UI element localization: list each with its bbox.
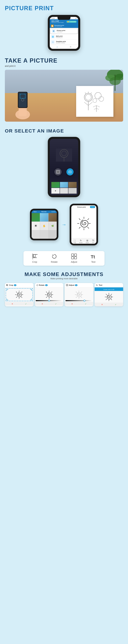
welcome-text: WELCOME Welcome to Easi Printer! — [51, 20, 64, 23]
template-print-menu-item[interactable]: ⬡ Template print Beautiful template — [50, 40, 78, 45]
rotate-tool[interactable]: ↻ Rotate — [79, 239, 83, 243]
svg-point-6 — [86, 94, 91, 100]
gallery-cell-3[interactable] — [68, 182, 77, 188]
template-print-text: Template print Beautiful template — [56, 41, 66, 44]
phone-preview-mockup: ‹ Picture print Print — [70, 204, 98, 245]
crop-border — [6, 288, 33, 301]
web-print-menu-item[interactable]: 🌐 Web print Website print — [50, 34, 78, 40]
big-rotate-tool[interactable]: Rotate — [51, 254, 58, 263]
gallery-picker-screen: ‹ Back Recents Cancel ☀ ✋ 🌿 — [32, 210, 57, 239]
adjust-tool-panel: Adjust ● — [65, 283, 93, 306]
connected-badge: 📶 + Connected — [66, 21, 77, 23]
picture-print-icon: 🖼 — [52, 29, 56, 33]
rotate-slider[interactable] — [36, 300, 63, 301]
preview-back-btn[interactable]: ‹ — [72, 206, 73, 208]
gallery-screen: ☀ — [50, 139, 78, 195]
adjust-confirm-icon[interactable]: ✓ — [85, 303, 86, 305]
welcome-title: WELCOME — [51, 20, 64, 22]
picture-print-menu-item[interactable]: 🖼 Picture print Free editor — [50, 28, 78, 34]
big-adjust-tool[interactable]: Adjust — [71, 254, 77, 263]
text-confirm-icon[interactable]: ✓ — [115, 304, 116, 306]
photo-cell-7[interactable] — [32, 230, 40, 239]
gallery-cell-2[interactable] — [60, 182, 68, 188]
gallery-cell-6[interactable] — [68, 188, 77, 194]
photo-grid: ☀ ✋ 🌿 — [32, 213, 57, 239]
camera-button[interactable] — [66, 168, 74, 176]
photo-cell-3[interactable] — [48, 213, 57, 222]
photo-picker-button[interactable] — [54, 168, 62, 176]
gallery-cell-4[interactable]: ☀ — [51, 188, 60, 194]
home-nav-icon[interactable]: ⌂ — [56, 46, 58, 48]
welcome-subtitle: Welcome to Easi Printer! — [51, 22, 64, 23]
back-button[interactable]: ‹ Back — [33, 211, 36, 212]
adjust-tool[interactable]: ⊞ Adjust — [86, 239, 89, 243]
crop-corner-tr — [30, 289, 32, 291]
photo-cell-9[interactable] — [48, 230, 57, 239]
big-crop-tool[interactable]: Crop — [32, 254, 38, 263]
svg-line-12 — [88, 102, 92, 106]
crop-panel-header: Crop ● — [5, 283, 34, 288]
photo-cell-4[interactable]: ☀ — [32, 222, 40, 230]
rotate-confirm-icon[interactable]: ✓ — [55, 303, 57, 305]
sun-symbol-svg — [76, 215, 92, 232]
gallery-cell-1[interactable] — [51, 182, 60, 188]
recents-label: Recents — [42, 211, 46, 212]
crop-confirm-icon[interactable]: ✓ — [25, 303, 27, 305]
text-cancel-icon[interactable]: ✕ — [101, 304, 103, 306]
svg-line-84 — [46, 292, 47, 292]
preview-canvas — [71, 209, 96, 238]
status-time: 10:06 — [51, 18, 54, 19]
adjust-panel-label: Adjust — [69, 284, 74, 286]
web-print-text: Web print Website print — [56, 35, 62, 38]
big-crop-label: Crop — [32, 260, 37, 263]
web-print-sublabel: Website print — [56, 37, 62, 38]
adjust-cancel-icon[interactable]: ✕ — [71, 303, 73, 305]
svg-line-80 — [51, 297, 52, 298]
section-select-image: OR SELECT AN IMAGE — [0, 125, 128, 200]
settings-nav-icon[interactable]: ⚙ — [70, 46, 72, 48]
rotate-panel-label: Rotate — [39, 284, 44, 286]
adjustments-title: MAKE SOME ADJUSTMENTS — [5, 271, 123, 277]
web-print-label: Web print — [56, 35, 62, 37]
big-adjust-icon — [71, 254, 77, 259]
gallery-preview-image — [56, 148, 72, 162]
adjust-slider[interactable] — [66, 300, 92, 301]
crop-panel-label: Crop — [9, 284, 13, 286]
big-text-icon: Tt — [90, 254, 96, 259]
crop-tool-icon: ⬚ — [74, 239, 76, 242]
svg-line-42 — [88, 218, 89, 220]
rotate-cancel-icon[interactable]: ✕ — [42, 303, 43, 305]
big-text-tool[interactable]: Tt Text — [90, 254, 96, 263]
svg-point-15 — [93, 98, 97, 102]
section-take-picture: TAKE A PICTURE and print it — [0, 54, 128, 125]
print-button[interactable]: Print — [90, 206, 95, 208]
picture-print-title: PICTURE PRINT — [5, 5, 54, 12]
svg-rect-54 — [34, 254, 35, 257]
preview-header: ‹ Picture print Print — [71, 205, 96, 209]
svg-text:Tt: Tt — [96, 284, 98, 286]
photo-cell-5[interactable]: ✋ — [40, 222, 48, 230]
text-panel: Tt Text Double click to edit — [94, 283, 123, 306]
doc-text: Document print Turn document... — [54, 25, 64, 27]
svg-line-90 — [81, 292, 82, 292]
text-tool[interactable]: Tt Text — [92, 239, 94, 243]
crop-cancel-icon[interactable]: ✕ — [12, 303, 13, 305]
text-tool-label: Text — [92, 242, 94, 243]
gallery-cell-5[interactable] — [60, 188, 68, 194]
svg-text:Tt: Tt — [91, 254, 95, 259]
big-text-label: Text — [91, 260, 96, 263]
picture-print-sublabel: Free editor — [57, 31, 65, 32]
cancel-button[interactable]: Cancel — [51, 211, 56, 212]
photo-cell-6[interactable]: 🌿 — [48, 222, 57, 230]
adjust-panel-footer-actions: ✕ ✓ — [65, 302, 93, 306]
photo-cell-8[interactable] — [40, 230, 48, 239]
svg-line-94 — [76, 297, 77, 298]
template-print-sublabel: Beautiful template — [56, 42, 66, 44]
svg-line-9 — [91, 92, 92, 94]
crop-tool[interactable]: ⬚ Crop — [74, 239, 76, 243]
adjust-tool-label: Adjust — [86, 242, 89, 243]
photo-cell-1[interactable] — [32, 213, 40, 222]
two-phones-section: ‹ Back Recents Cancel ☀ ✋ 🌿 → — [0, 200, 128, 248]
adjust-panel-body — [65, 288, 93, 302]
photo-cell-2[interactable] — [40, 213, 48, 222]
